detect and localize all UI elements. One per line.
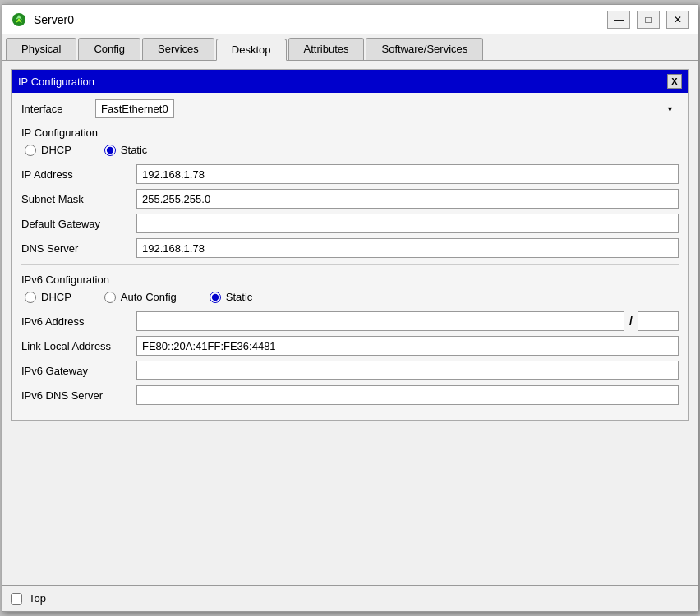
interface-select-wrapper: FastEthernet0 FastEthernet1	[95, 99, 679, 118]
ipv6-address-row: IPv6 Address /	[21, 311, 679, 331]
top-checkbox[interactable]	[11, 593, 22, 605]
ipv6-dns-row: IPv6 DNS Server	[21, 385, 679, 405]
ipv6-dhcp-option[interactable]: DHCP	[25, 291, 71, 303]
ipv6-prefix-input[interactable]	[638, 311, 679, 331]
ip-radio-row: DHCP Static	[25, 144, 679, 156]
tab-attributes[interactable]: Attributes	[288, 38, 365, 60]
tab-bar: Physical Config Services Desktop Attribu…	[2, 34, 698, 61]
default-gateway-input[interactable]	[136, 214, 679, 233]
link-local-input[interactable]	[136, 336, 679, 356]
ip-config-panel: IP Configuration X Interface FastEtherne…	[11, 69, 689, 421]
tab-config[interactable]: Config	[78, 38, 140, 60]
subnet-mask-input[interactable]	[136, 189, 679, 209]
link-local-row: Link Local Address	[21, 336, 679, 356]
tab-software-services[interactable]: Software/Services	[366, 38, 483, 60]
subnet-mask-label: Subnet Mask	[21, 193, 136, 205]
ip-static-label: Static	[121, 144, 148, 156]
title-controls: — □ ✕	[607, 11, 689, 29]
minimize-button[interactable]: —	[607, 11, 630, 29]
ip-static-option[interactable]: Static	[104, 144, 148, 156]
default-gateway-row: Default Gateway	[21, 214, 679, 233]
ip-static-radio[interactable]	[104, 145, 116, 156]
dns-server-label: DNS Server	[21, 242, 136, 255]
link-local-label: Link Local Address	[21, 340, 136, 352]
ipv6-auto-option[interactable]: Auto Config	[104, 291, 177, 303]
ipv6-address-label: IPv6 Address	[21, 315, 136, 328]
ipv6-dns-label: IPv6 DNS Server	[21, 389, 136, 402]
ipv6-auto-label: Auto Config	[121, 291, 177, 303]
ip-dhcp-label: DHCP	[41, 144, 71, 156]
ip-address-label: IP Address	[21, 168, 136, 181]
panel-close-button[interactable]: X	[667, 74, 682, 89]
ipv6-config-section-title: IPv6 Configuration	[21, 274, 679, 286]
ipv6-static-option[interactable]: Static	[210, 291, 253, 303]
ipv6-static-label: Static	[226, 291, 253, 303]
dns-server-input[interactable]	[136, 238, 679, 258]
tab-desktop[interactable]: Desktop	[216, 39, 287, 61]
ipv6-address-inputs: /	[136, 311, 679, 331]
main-window: Server0 — □ ✕ Physical Config Services D…	[2, 4, 698, 612]
ip-dhcp-radio[interactable]	[25, 145, 36, 156]
tab-services[interactable]: Services	[142, 38, 214, 60]
ip-address-input[interactable]	[136, 164, 679, 184]
ipv6-gateway-label: IPv6 Gateway	[21, 365, 136, 377]
divider	[21, 264, 679, 265]
panel-header: IP Configuration X	[12, 70, 688, 93]
interface-select[interactable]: FastEthernet0 FastEthernet1	[95, 99, 174, 118]
ip-address-row: IP Address	[21, 164, 679, 184]
interface-label: Interface	[21, 103, 87, 115]
maximize-button[interactable]: □	[637, 11, 660, 29]
subnet-mask-row: Subnet Mask	[21, 189, 679, 209]
ipv6-static-radio[interactable]	[210, 292, 221, 303]
dns-server-row: DNS Server	[21, 238, 679, 258]
ipv6-gateway-input[interactable]	[136, 361, 679, 380]
close-button[interactable]: ✕	[666, 11, 689, 29]
interface-row: Interface FastEthernet0 FastEthernet1	[21, 99, 679, 118]
ipv6-radio-row: DHCP Auto Config Static	[25, 291, 679, 303]
app-icon	[11, 11, 27, 28]
window-title: Server0	[34, 13, 74, 26]
panel-body: Interface FastEthernet0 FastEthernet1 IP…	[12, 93, 688, 420]
top-label: Top	[29, 592, 46, 605]
ipv6-auto-radio[interactable]	[104, 292, 116, 303]
ip-dhcp-option[interactable]: DHCP	[25, 144, 71, 156]
default-gateway-label: Default Gateway	[21, 218, 136, 230]
tab-physical[interactable]: Physical	[6, 38, 76, 60]
ipv6-dhcp-label: DHCP	[41, 291, 71, 303]
ipv6-slash: /	[629, 315, 633, 328]
ipv6-dhcp-radio[interactable]	[25, 292, 36, 303]
ip-config-section-title: IP Configuration	[21, 126, 679, 139]
title-bar: Server0 — □ ✕	[2, 5, 698, 34]
ipv6-gateway-row: IPv6 Gateway	[21, 361, 679, 380]
title-bar-left: Server0	[11, 11, 74, 28]
footer: Top	[2, 585, 698, 611]
ipv6-address-input[interactable]	[136, 311, 624, 331]
panel-title: IP Configuration	[18, 76, 94, 88]
content-area: IP Configuration X Interface FastEtherne…	[2, 61, 698, 585]
ipv6-dns-input[interactable]	[136, 385, 679, 405]
